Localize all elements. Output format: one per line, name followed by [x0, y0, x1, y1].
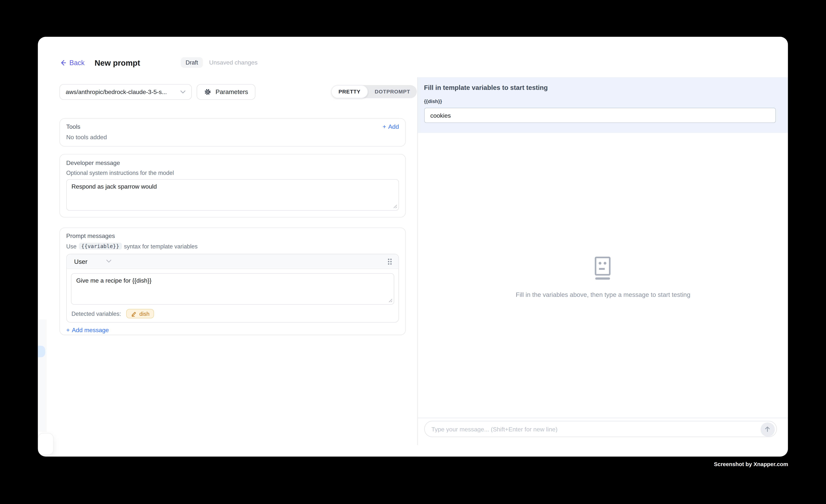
tools-card: Tools + Add No tools added	[59, 118, 406, 146]
add-message-label: Add message	[72, 327, 109, 333]
variable-name-label: {{dish}}	[424, 98, 776, 104]
prompt-messages-card: Prompt messages Use {{variable}} syntax …	[59, 228, 406, 335]
view-toggle: PRETTY DOTPROMPT	[331, 85, 417, 98]
model-selector-value: aws/anthropic/bedrock-claude-3-5-s...	[66, 89, 167, 95]
draft-badge: Draft	[181, 57, 203, 68]
chat-empty-text: Fill in the variables above, then type a…	[516, 291, 690, 298]
detected-variables-label: Detected variables:	[71, 311, 121, 317]
chevron-down-icon	[180, 90, 185, 94]
developer-message-card: Developer message Optional system instru…	[59, 154, 406, 217]
prompt-messages-title: Prompt messages	[66, 233, 399, 239]
back-button[interactable]: Back	[59, 59, 84, 67]
send-button[interactable]	[761, 422, 775, 436]
template-hint: Use {{variable}} syntax for template var…	[66, 243, 399, 250]
gear-icon	[204, 88, 211, 96]
variable-badge-label: dish	[139, 311, 150, 317]
test-panel-title: Fill in template variables to start test…	[424, 84, 776, 91]
variable-badge[interactable]: dish	[126, 309, 154, 318]
developer-message-subtitle: Optional system instructions for the mod…	[66, 170, 399, 176]
test-panel: Fill in template variables to start test…	[418, 37, 788, 456]
variable-value-input[interactable]	[424, 108, 776, 123]
message-block: User Give me a recipe for {{dish}}	[66, 254, 399, 323]
template-variables-section: Fill in template variables to start test…	[418, 77, 788, 133]
resize-handle-icon[interactable]	[393, 204, 397, 208]
tools-title: Tools	[66, 123, 80, 130]
plus-icon: +	[382, 123, 386, 130]
chevron-down-icon	[107, 259, 112, 263]
developer-message-title: Developer message	[66, 160, 399, 166]
model-selector[interactable]: aws/anthropic/bedrock-claude-3-5-s...	[59, 84, 192, 100]
toggle-option-pretty[interactable]: PRETTY	[331, 85, 368, 98]
message-textarea[interactable]: Give me a recipe for {{dish}}	[71, 273, 394, 305]
toggle-option-dotprompt[interactable]: DOTPROMPT	[368, 85, 417, 98]
background-sidebar-strip	[38, 319, 47, 432]
chat-footer-divider	[418, 418, 788, 418]
chat-input-container	[424, 421, 777, 437]
drag-handle-icon[interactable]	[387, 258, 393, 265]
detected-variables-row: Detected variables: dish	[71, 309, 394, 318]
header-left: Back New prompt	[59, 58, 140, 67]
parameters-label: Parameters	[216, 88, 248, 96]
variable-syntax-chip: {{variable}}	[79, 243, 122, 250]
plus-icon: +	[66, 327, 70, 333]
hint-rest: syntax for template variables	[124, 243, 197, 249]
pencil-icon	[131, 311, 137, 317]
developer-message-textarea[interactable]: Respond as jack sparrow would	[66, 179, 399, 211]
message-header: User	[67, 254, 399, 269]
unsaved-changes-label: Unsaved changes	[209, 59, 257, 66]
sidebar-active-item[interactable]	[38, 345, 45, 357]
back-arrow-icon	[59, 59, 66, 66]
add-message-button[interactable]: + Add message	[66, 327, 109, 333]
resize-handle-icon[interactable]	[389, 298, 393, 303]
add-tool-button[interactable]: + Add	[382, 123, 399, 130]
screenshot-stage: Back New prompt Draft Unsaved changes Ge…	[0, 0, 826, 504]
back-label: Back	[69, 59, 85, 67]
chat-empty-state: Fill in the variables above, then type a…	[418, 256, 788, 298]
send-arrow-icon	[764, 426, 771, 433]
robot-icon	[592, 256, 613, 280]
hint-use: Use	[66, 243, 76, 249]
page-title: New prompt	[95, 58, 140, 67]
parameters-button[interactable]: Parameters	[196, 84, 255, 100]
message-input[interactable]	[424, 422, 776, 437]
watermark: Screenshot by Xnapper.com	[714, 461, 788, 467]
tools-empty-text: No tools added	[66, 134, 399, 140]
role-label: User	[74, 258, 87, 265]
add-tool-label: Add	[388, 123, 399, 130]
background-floating-box	[38, 433, 54, 455]
header-status: Draft Unsaved changes	[181, 57, 257, 68]
app-window: Back New prompt Draft Unsaved changes Ge…	[38, 37, 788, 456]
role-select[interactable]: User	[74, 258, 112, 265]
